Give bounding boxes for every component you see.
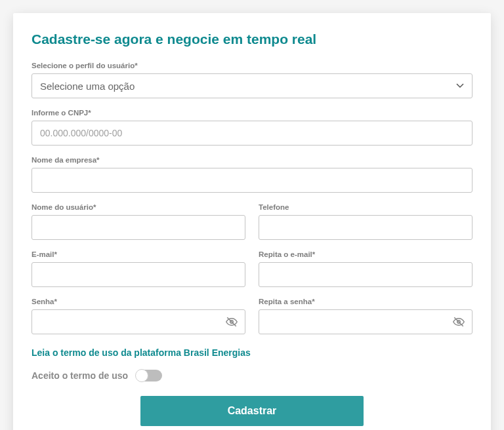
input-phone[interactable] — [259, 215, 472, 240]
field-password-repeat: Repita a senha* — [259, 298, 472, 334]
input-username[interactable] — [32, 215, 245, 240]
input-password-repeat[interactable] — [259, 309, 472, 334]
field-profile: Selecione o perfil do usuário* Selecione… — [32, 62, 472, 98]
input-email[interactable] — [32, 262, 245, 287]
label-email-repeat: Repita o e-mail* — [259, 250, 472, 258]
label-phone: Telefone — [259, 203, 472, 211]
accept-terms-toggle[interactable] — [136, 370, 162, 381]
field-company: Nome da empresa* — [32, 156, 472, 193]
accept-terms-row: Aceito o termo de uso — [32, 370, 472, 381]
page-title: Cadastre-se agora e negocie em tempo rea… — [32, 31, 472, 47]
label-username: Nome do usuário* — [32, 203, 245, 211]
field-username: Nome do usuário* — [32, 203, 245, 240]
label-profile: Selecione o perfil do usuário* — [32, 62, 472, 69]
label-password-repeat: Repita a senha* — [259, 298, 472, 305]
input-email-repeat[interactable] — [259, 262, 472, 287]
field-email: E-mail* — [32, 250, 245, 287]
accept-terms-label: Aceito o termo de uso — [32, 370, 128, 381]
submit-button[interactable]: Cadastrar — [140, 396, 364, 426]
input-password[interactable] — [32, 309, 245, 334]
label-password: Senha* — [32, 298, 245, 305]
toggle-knob — [135, 369, 148, 382]
field-password: Senha* — [32, 298, 245, 334]
eye-off-icon[interactable] — [453, 316, 465, 328]
field-phone: Telefone — [259, 203, 472, 240]
input-company[interactable] — [32, 168, 472, 193]
select-profile[interactable]: Selecione uma opção — [32, 73, 472, 98]
eye-off-icon[interactable] — [226, 316, 238, 328]
label-cnpj: Informe o CNPJ* — [32, 109, 472, 117]
terms-link[interactable]: Leia o termo de uso da plataforma Brasil… — [32, 347, 251, 358]
registration-card: Cadastre-se agora e negocie em tempo rea… — [13, 13, 491, 430]
label-company: Nome da empresa* — [32, 156, 472, 164]
field-cnpj: Informe o CNPJ* — [32, 109, 472, 146]
label-email: E-mail* — [32, 250, 245, 258]
input-cnpj[interactable] — [32, 121, 472, 146]
field-email-repeat: Repita o e-mail* — [259, 250, 472, 287]
submit-row: Cadastrar — [32, 396, 472, 426]
